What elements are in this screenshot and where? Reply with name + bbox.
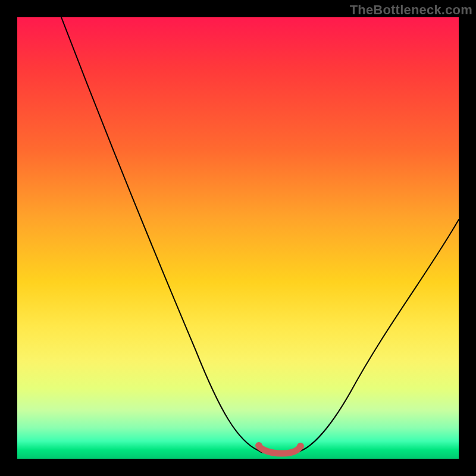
chart-frame: TheBottleneck.com	[0, 0, 476, 476]
optimal-range-marker	[260, 447, 299, 453]
curve-layer	[17, 17, 459, 459]
optimal-range-start-dot	[255, 442, 262, 449]
plot-area	[17, 17, 459, 459]
watermark-text: TheBottleneck.com	[350, 2, 472, 18]
optimal-range-end-dot	[297, 443, 304, 450]
bottleneck-curve	[61, 17, 459, 453]
